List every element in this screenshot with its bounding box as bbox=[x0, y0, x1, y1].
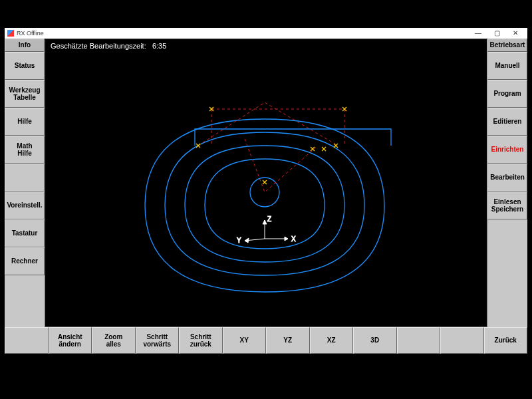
axis-z-label: Z bbox=[267, 215, 271, 223]
svg-marker-20 bbox=[263, 220, 267, 224]
bottom-item-zoom-all[interactable]: Zoom alles bbox=[92, 327, 136, 354]
axis-y-label: Y bbox=[237, 237, 241, 244]
bottom-item-10[interactable] bbox=[440, 327, 484, 354]
app-window: RX Offline — ▢ ✕ Info Status Werkzeug Ta… bbox=[5, 28, 527, 354]
left-item-math-help[interactable]: Math Hilfe bbox=[5, 136, 45, 164]
titlebar: RX Offline — ▢ ✕ bbox=[5, 28, 527, 39]
right-sidebar: Betriebsart Manuell Program Editieren Ei… bbox=[487, 39, 527, 327]
left-item-keyboard[interactable]: Tastatur bbox=[5, 219, 45, 247]
bottom-item-yz[interactable]: YZ bbox=[266, 327, 310, 354]
viewport-wrap: Geschätzte Bearbeitungszeit: 6:35 bbox=[45, 39, 487, 327]
right-item-manual[interactable]: Manuell bbox=[487, 52, 527, 80]
bottom-item-3d[interactable]: 3D bbox=[353, 327, 397, 354]
close-button[interactable]: ✕ bbox=[506, 29, 525, 38]
left-item-calculator[interactable]: Rechner bbox=[5, 247, 45, 275]
toolpath-canvas: X Y Z bbox=[45, 39, 487, 327]
left-sidebar: Info Status Werkzeug Tabelle Hilfe Math … bbox=[5, 39, 45, 327]
bottom-item-xy[interactable]: XY bbox=[223, 327, 267, 354]
bottom-item-step-back[interactable]: Schritt zurück bbox=[179, 327, 223, 354]
bottom-item-view-change[interactable]: Ansicht ändern bbox=[49, 327, 92, 354]
bottom-bar: Ansicht ändern Zoom alles Schritt vorwär… bbox=[5, 327, 527, 354]
left-item-tool-table[interactable]: Werkzeug Tabelle bbox=[5, 80, 45, 108]
left-item-help[interactable]: Hilfe bbox=[5, 108, 45, 136]
left-item-presets[interactable]: Voreinstell. bbox=[5, 192, 45, 219]
minimize-button[interactable]: — bbox=[469, 29, 487, 38]
bottom-item-9[interactable] bbox=[397, 327, 441, 354]
left-item-status[interactable]: Status bbox=[5, 52, 45, 80]
window-title: RX Offline bbox=[17, 30, 44, 37]
right-item-program[interactable]: Program bbox=[487, 80, 527, 108]
axes-gizmo: X Y Z bbox=[237, 215, 296, 244]
right-item-machine[interactable]: Bearbeiten bbox=[487, 164, 527, 192]
right-header: Betriebsart bbox=[487, 39, 527, 52]
app-body: Info Status Werkzeug Tabelle Hilfe Math … bbox=[5, 39, 527, 354]
bottom-item-xz[interactable]: XZ bbox=[310, 327, 354, 354]
viewport-3d[interactable]: Geschätzte Bearbeitungszeit: 6:35 bbox=[45, 39, 487, 327]
axis-x-label: X bbox=[291, 235, 296, 243]
left-header: Info bbox=[5, 39, 45, 52]
right-item-edit[interactable]: Editieren bbox=[487, 108, 527, 136]
left-item-empty[interactable] bbox=[5, 164, 45, 192]
bottom-item-0[interactable] bbox=[5, 327, 49, 354]
app-icon bbox=[7, 30, 14, 37]
bottom-item-step-fwd[interactable]: Schritt vorwärts bbox=[136, 327, 180, 354]
toolpath-contours bbox=[145, 119, 391, 292]
maximize-button[interactable]: ▢ bbox=[487, 29, 506, 38]
right-item-load-save[interactable]: Einlesen Speichern bbox=[487, 192, 527, 219]
svg-marker-16 bbox=[285, 237, 288, 241]
svg-marker-18 bbox=[245, 238, 249, 243]
bottom-item-back[interactable]: Zurück bbox=[484, 327, 528, 354]
right-item-setup[interactable]: Einrichten bbox=[487, 136, 527, 164]
